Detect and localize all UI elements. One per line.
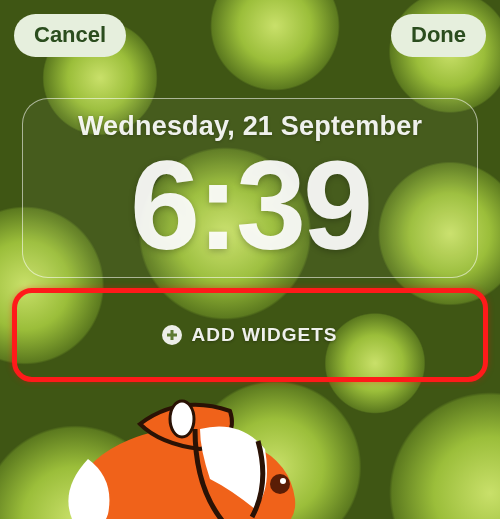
editor-topbar: Cancel Done: [14, 14, 486, 57]
svg-point-2: [280, 478, 286, 484]
lockscreen-time: 6:39: [33, 142, 467, 271]
svg-point-0: [170, 401, 194, 437]
svg-point-1: [270, 474, 290, 494]
plus-circle-icon: [162, 325, 182, 345]
clock-widget-frame[interactable]: Wednesday, 21 September 6:39: [22, 98, 478, 278]
add-widgets-label: ADD WIDGETS: [191, 324, 337, 346]
lock-screen-editor: Cancel Done Wednesday, 21 September 6:39…: [0, 0, 500, 519]
clownfish-wallpaper-subject: [60, 389, 300, 519]
cancel-button[interactable]: Cancel: [14, 14, 126, 57]
done-button[interactable]: Done: [391, 14, 486, 57]
add-widgets-slot[interactable]: ADD WIDGETS: [12, 288, 488, 382]
